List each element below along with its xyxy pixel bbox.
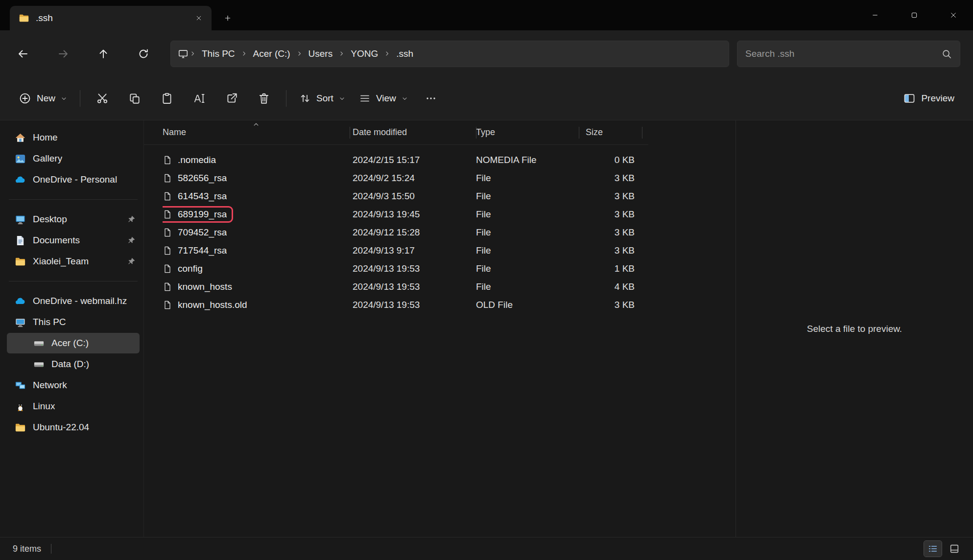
thumbnails-view-button[interactable]	[946, 541, 963, 557]
folder-icon	[15, 422, 26, 433]
rename-icon	[193, 92, 206, 105]
view-button[interactable]: View	[352, 85, 415, 112]
back-button[interactable]	[10, 41, 36, 67]
rename-button[interactable]	[186, 85, 213, 112]
up-button[interactable]	[90, 41, 117, 67]
sidebar-divider	[9, 281, 138, 281]
tab-ssh[interactable]: .ssh	[10, 6, 212, 30]
maximize-button[interactable]	[895, 0, 934, 30]
search-input[interactable]	[745, 48, 941, 59]
breadcrumb-yong[interactable]: YONG	[346, 46, 383, 62]
refresh-button[interactable]	[130, 41, 157, 67]
sidebar-item-home[interactable]: Home	[7, 127, 140, 148]
view-button-label: View	[376, 93, 396, 104]
drive-icon	[33, 338, 45, 349]
breadcrumb-acer-c[interactable]: Acer (C:)	[248, 46, 295, 62]
share-button[interactable]	[218, 85, 245, 112]
delete-icon	[258, 92, 270, 105]
preview-toggle-button[interactable]: Preview	[896, 85, 961, 112]
file-name: .nomedia	[178, 155, 216, 165]
folder-icon	[19, 13, 29, 23]
sidebar-item-network[interactable]: Network	[7, 375, 140, 396]
navigation-bar: This PCAcer (C:)UsersYONG.ssh	[0, 30, 973, 77]
paste-button[interactable]	[154, 85, 180, 112]
column-header-type[interactable]: Type	[476, 120, 579, 144]
file-size: 4 KB	[579, 281, 642, 292]
file-row-config[interactable]: config2024/9/13 19:53File1 KB	[163, 259, 736, 278]
maximize-icon	[910, 11, 918, 19]
view-icon	[359, 93, 371, 104]
details-view-button[interactable]	[924, 541, 942, 557]
file-row-689199-rsa[interactable]: 689199_rsa2024/9/13 19:45File3 KB	[163, 205, 736, 223]
tab-close-button[interactable]	[191, 10, 207, 26]
column-header-label: Type	[476, 127, 495, 138]
file-row-582656-rsa[interactable]: 582656_rsa2024/9/2 15:24File3 KB	[163, 169, 736, 187]
sidebar-item-ubuntu-22-04[interactable]: Ubuntu-22.04	[7, 417, 140, 438]
sidebar-item-documents[interactable]: Documents	[7, 230, 140, 251]
chevron-right-icon	[384, 50, 390, 57]
sidebar-item-acer-c[interactable]: Acer (C:)	[7, 333, 140, 353]
column-header-date-modified[interactable]: Date modified	[350, 120, 476, 144]
address-bar[interactable]: This PCAcer (C:)UsersYONG.ssh	[170, 41, 729, 67]
highlight-annotation-box: 689199_rsa	[163, 206, 233, 223]
sidebar-item-this-pc[interactable]: This PC	[7, 312, 140, 332]
sidebar-item-data-d[interactable]: Data (D:)	[7, 354, 140, 374]
sidebar-item-onedrive-personal[interactable]: OneDrive - Personal	[7, 169, 140, 190]
column-header-name[interactable]: Name	[163, 120, 350, 144]
sidebar-item-label: OneDrive - Personal	[33, 174, 117, 185]
drive-icon	[33, 359, 45, 370]
sidebar-item-linux[interactable]: Linux	[7, 396, 140, 417]
refresh-icon	[138, 48, 149, 60]
items-count: 9 items	[13, 544, 41, 554]
sidebar-item-gallery[interactable]: Gallery	[7, 148, 140, 169]
breadcrumb-this-pc[interactable]: This PC	[197, 46, 240, 62]
sidebar-item-onedrive-webmail-hz[interactable]: OneDrive - webmail.hz	[7, 291, 140, 311]
copy-button[interactable]	[121, 85, 148, 112]
tab-title: .ssh	[36, 13, 185, 23]
pin-icon	[127, 215, 136, 224]
share-icon	[225, 92, 238, 105]
file-name: 614543_rsa	[178, 191, 227, 202]
file-size: 3 KB	[579, 173, 642, 184]
breadcrumb-ssh[interactable]: .ssh	[391, 46, 418, 62]
new-tab-button[interactable]	[217, 8, 238, 28]
file-icon	[163, 172, 172, 184]
file-row-known-hosts[interactable]: known_hosts2024/9/13 19:53File4 KB	[163, 278, 736, 296]
breadcrumb-users[interactable]: Users	[304, 46, 338, 62]
sidebar-item-desktop[interactable]: Desktop	[7, 209, 140, 230]
cut-button[interactable]	[89, 85, 116, 112]
forward-button[interactable]	[50, 41, 76, 67]
file-type: File	[476, 263, 579, 274]
copy-icon	[128, 92, 141, 105]
delete-button[interactable]	[251, 85, 277, 112]
file-row-known-hosts-old[interactable]: known_hosts.old2024/9/13 19:53OLD File3 …	[163, 296, 736, 314]
home-icon	[15, 132, 26, 143]
column-header-size[interactable]: Size	[579, 120, 642, 144]
file-date-modified: 2024/9/13 19:53	[350, 300, 476, 310]
file-row-614543-rsa[interactable]: 614543_rsa2024/9/3 15:50File3 KB	[163, 187, 736, 205]
navigation-sidebar: HomeGalleryOneDrive - PersonalDesktopDoc…	[0, 120, 144, 537]
more-options-button[interactable]	[418, 85, 444, 112]
file-date-modified: 2024/9/13 19:45	[350, 209, 476, 220]
file-size: 3 KB	[579, 245, 642, 256]
sidebar-item-xiaolei-team[interactable]: Xiaolei_Team	[7, 251, 140, 272]
file-row-717544-rsa[interactable]: 717544_rsa2024/9/13 9:17File3 KB	[163, 241, 736, 259]
paste-icon	[161, 92, 173, 105]
pin-icon	[127, 257, 136, 266]
file-type: File	[476, 209, 579, 220]
minimize-button[interactable]	[855, 0, 895, 30]
file-name-wrap: .nomedia	[163, 152, 222, 168]
gallery-icon	[15, 153, 26, 164]
file-date-modified: 2024/9/13 19:53	[350, 263, 476, 274]
new-button[interactable]: New	[12, 85, 74, 112]
sort-button[interactable]: Sort	[292, 85, 352, 112]
close-button[interactable]	[934, 0, 973, 30]
sidebar-item-label: This PC	[33, 317, 66, 327]
sidebar-item-label: OneDrive - webmail.hz	[33, 296, 127, 306]
file-row-709452-rsa[interactable]: 709452_rsa2024/9/12 15:28File3 KB	[163, 223, 736, 241]
sidebar-item-label: Ubuntu-22.04	[33, 422, 89, 433]
search-box[interactable]	[737, 41, 960, 67]
folder-icon	[15, 256, 26, 267]
file-row-nomedia[interactable]: .nomedia2024/2/15 15:17NOMEDIA File0 KB	[163, 151, 736, 169]
sidebar-item-label: Desktop	[33, 214, 67, 225]
